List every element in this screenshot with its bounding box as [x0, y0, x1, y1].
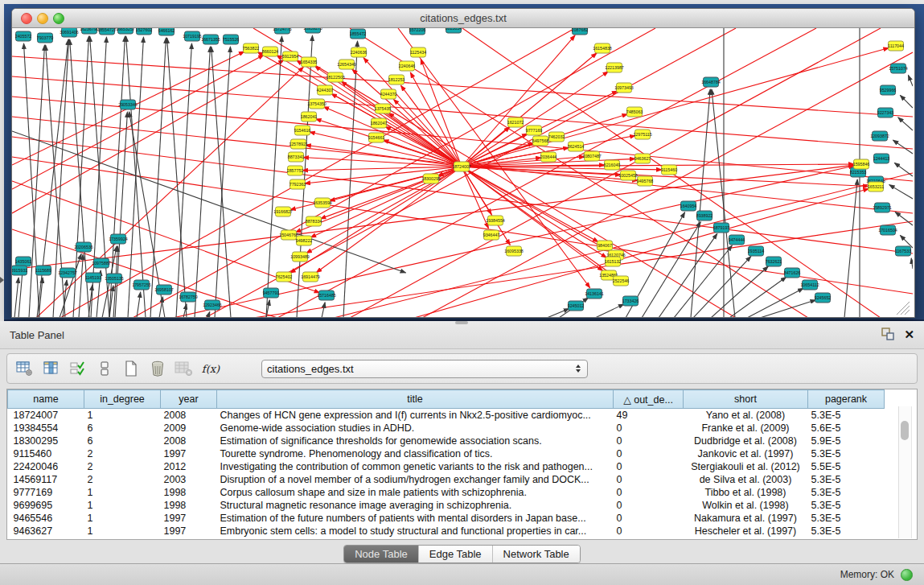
cell[interactable]: 5.3E-5 — [808, 447, 885, 460]
cell[interactable]: 1998 — [161, 499, 217, 512]
cell[interactable]: Hescheler et al. (1997) — [684, 525, 808, 538]
cell[interactable]: 18724007 — [8, 409, 84, 422]
table-row[interactable]: 1830029562008Estimation of significance … — [8, 435, 885, 447]
cell[interactable]: 2008 — [161, 435, 217, 447]
cell[interactable]: Embryonic stem cells: a model to study s… — [217, 525, 614, 538]
cell[interactable]: 0 — [614, 460, 684, 473]
panel-resize-grabber[interactable] — [455, 321, 468, 324]
cell[interactable]: 22420046 — [8, 460, 84, 473]
cell[interactable]: Wolkin et al. (1998) — [684, 499, 808, 512]
column-header-name[interactable]: name — [8, 390, 84, 409]
cell[interactable]: Genome-wide association studies in ADHD. — [217, 422, 614, 435]
table-row[interactable]: 946554611997Estimation of the future num… — [8, 512, 885, 525]
cell[interactable]: 1997 — [161, 512, 217, 525]
table-scrollbar[interactable] — [898, 406, 912, 538]
table-row[interactable]: 1872400712008Changes of HCN gene express… — [8, 409, 885, 422]
cell[interactable]: 2012 — [161, 460, 217, 473]
cell[interactable]: Corpus callosum shape and size in male p… — [217, 486, 614, 499]
float-panel-icon[interactable] — [880, 328, 896, 342]
cell[interactable]: 1 — [84, 499, 161, 512]
canvas-resize-grip[interactable] — [901, 306, 910, 315]
cell[interactable]: Nakamura et al. (1997) — [684, 512, 808, 525]
network-canvas[interactable]: 2405572790377930691406162367901855472716… — [12, 28, 913, 317]
table-row[interactable]: 946362711997Embryonic stem cells: a mode… — [8, 525, 885, 538]
cell[interactable]: 0 — [614, 486, 684, 499]
cell[interactable]: 2009 — [161, 422, 217, 435]
cell[interactable]: 1 — [84, 525, 161, 538]
column-visibility-icon[interactable] — [42, 360, 61, 377]
cell[interactable]: 0 — [614, 525, 684, 538]
cell[interactable]: Franke et al. (2009) — [684, 422, 808, 435]
table-row[interactable]: 977716911998Corpus callosum shape and si… — [8, 486, 885, 499]
table-row[interactable]: 1456911722003Disruption of a novel membe… — [8, 473, 885, 486]
cell[interactable]: 19384554 — [8, 422, 84, 435]
cell[interactable]: Tibbo et al. (1998) — [684, 486, 808, 499]
panel-collapse-arrow[interactable] — [0, 277, 4, 283]
cell[interactable]: 2008 — [161, 409, 217, 422]
cell[interactable]: 5.3E-5 — [808, 409, 885, 422]
cell[interactable]: 9115460 — [8, 447, 84, 460]
cell[interactable]: 9699695 — [8, 499, 84, 512]
cell[interactable]: 5.6E-5 — [808, 422, 885, 435]
cell[interactable]: Tourette syndrome. Phenomenology and cla… — [217, 447, 614, 460]
cell[interactable]: 0 — [614, 422, 684, 435]
cell[interactable]: 5.3E-5 — [808, 512, 885, 525]
column-header-out_de[interactable]: △ out_de... — [614, 390, 684, 409]
cell[interactable]: 1 — [84, 486, 161, 499]
cell[interactable]: 5.3E-5 — [808, 525, 885, 538]
table-row[interactable]: 911546021997Tourette syndrome. Phenomeno… — [8, 447, 885, 460]
cell[interactable]: Disruption of a novel member of a sodium… — [217, 473, 614, 486]
cell[interactable]: Stergiakouli et al. (2012) — [684, 460, 808, 473]
cell[interactable]: 5.3E-5 — [808, 473, 885, 486]
network-graph[interactable]: 2405572790377930691406162367901855472716… — [12, 28, 913, 317]
column-header-in_degree[interactable]: in_degree — [84, 390, 161, 409]
cell[interactable]: 9777169 — [8, 486, 84, 499]
cell[interactable]: 49 — [614, 409, 684, 422]
create-column-icon[interactable] — [121, 360, 141, 377]
cell[interactable]: Dudbridge et al. (2008) — [684, 435, 808, 447]
cell[interactable]: Jankovic et al. (1997) — [684, 447, 808, 460]
cell[interactable]: 14569117 — [8, 473, 84, 486]
cell[interactable]: 5.9E-5 — [808, 435, 885, 447]
cell[interactable]: 1997 — [161, 525, 217, 538]
cell[interactable]: 0 — [614, 435, 684, 447]
table-row[interactable]: 969969511998Structural magnetic resonanc… — [8, 499, 885, 512]
cell[interactable]: 0 — [614, 512, 684, 525]
cell[interactable]: 2 — [84, 447, 161, 460]
cell[interactable]: 9463627 — [8, 525, 84, 538]
cell[interactable]: Estimation of significance thresholds fo… — [217, 435, 614, 447]
tab-network-table[interactable]: Network Table — [492, 546, 580, 562]
column-header-short[interactable]: short — [684, 390, 808, 409]
table-selector-dropdown[interactable]: citations_edges.txt — [261, 360, 588, 378]
split-view-icon[interactable] — [95, 360, 114, 377]
table-row[interactable]: 2242004622012Investigating the contribut… — [8, 460, 885, 473]
tab-edge-table[interactable]: Edge Table — [418, 546, 492, 562]
cell[interactable]: 0 — [614, 499, 684, 512]
cell[interactable]: 5.3E-5 — [808, 499, 885, 512]
scrollbar-thumb[interactable] — [901, 421, 909, 440]
tab-node-table[interactable]: Node Table — [344, 546, 418, 562]
function-builder-icon[interactable]: f(x) — [201, 360, 220, 377]
cell[interactable]: 0 — [614, 473, 684, 486]
delete-column-icon[interactable] — [148, 360, 167, 377]
cell[interactable]: 9465546 — [8, 512, 84, 525]
cell[interactable]: 6 — [84, 435, 161, 447]
table-row[interactable]: 1938455462009Genome-wide association stu… — [8, 422, 885, 435]
cell[interactable]: 1 — [84, 409, 161, 422]
cell[interactable]: 1997 — [161, 447, 217, 460]
canvas-resize-grip[interactable] — [905, 310, 910, 315]
close-panel-icon[interactable]: ✕ — [904, 328, 914, 342]
cell[interactable]: 1 — [84, 512, 161, 525]
cell[interactable]: 5.3E-5 — [808, 486, 885, 499]
cell[interactable]: 6 — [84, 422, 161, 435]
column-header-title[interactable]: title — [217, 390, 614, 409]
cell[interactable]: de Silva et al. (2003) — [684, 473, 808, 486]
column-header-year[interactable]: year — [161, 390, 217, 409]
cell[interactable]: 18300295 — [8, 435, 84, 447]
cell[interactable]: Investigating the contribution of common… — [217, 460, 614, 473]
cell[interactable]: 2 — [84, 473, 161, 486]
row-selection-icon[interactable] — [68, 360, 88, 377]
cell[interactable]: Changes of HCN gene expression and I(f) … — [217, 409, 614, 422]
cell[interactable]: Structural magnetic resonance image aver… — [217, 499, 614, 512]
delete-table-icon[interactable] — [175, 360, 194, 377]
